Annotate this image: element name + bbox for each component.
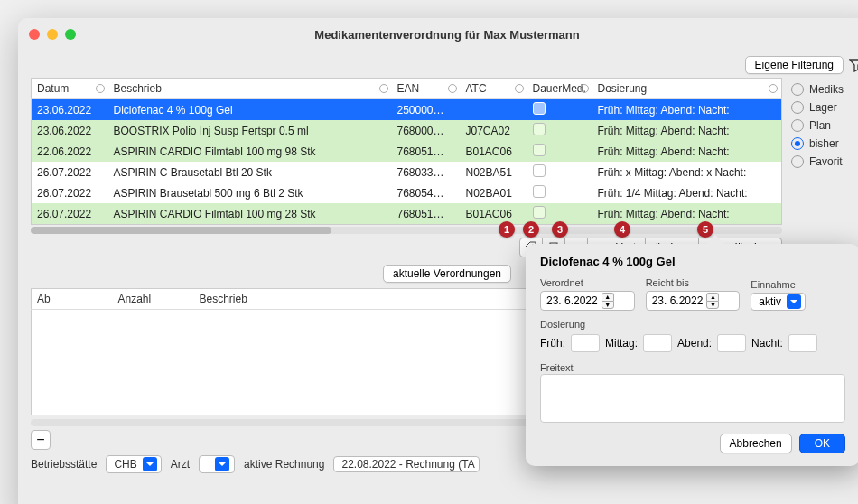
cell-beschrieb: ASPIRIN C Brausetabl Btl 20 Stk	[108, 162, 392, 182]
titlebar: Medikamentenverordnung für Max Musterman…	[18, 18, 858, 51]
cell-dauermed[interactable]	[527, 162, 592, 182]
chevron-down-icon	[143, 457, 157, 471]
cell-atc: J07CA02	[461, 120, 527, 141]
popover-title: Diclofenac 4 % 100g Gel	[540, 255, 845, 268]
rechnung-select[interactable]: 22.08.2022 - Rechnung (TA	[333, 456, 479, 472]
cell-dosierung: Früh: 1/4 Mittag: Abend: Nacht:	[592, 182, 782, 203]
cell-ean: 768054…	[392, 182, 461, 203]
cell-ean: 250000…	[392, 99, 461, 121]
callout-2: 2	[523, 221, 539, 238]
stepper-icon[interactable]: ▲▼	[706, 293, 719, 309]
cell-ean: 768000…	[392, 120, 461, 141]
abend-input[interactable]	[717, 334, 746, 352]
filter-radio-group: Mediks Lager Plan bisher Favorit	[791, 78, 858, 257]
col-anzahl[interactable]: Anzahl	[113, 289, 194, 310]
fullscreen-icon[interactable]	[65, 29, 76, 40]
close-icon[interactable]	[29, 29, 40, 40]
cell-beschrieb: Diclofenac 4 % 100g Gel	[108, 99, 392, 121]
cell-dauermed[interactable]	[527, 182, 592, 203]
betriebsstaette-select[interactable]: CHB	[106, 455, 161, 473]
col-atc[interactable]: ATC	[461, 79, 527, 99]
cell-beschrieb: BOOSTRIX Polio Inj Susp Fertspr 0.5 ml	[108, 120, 392, 141]
einnahme-select[interactable]: aktiv	[751, 293, 806, 311]
reicht-bis-label: Reicht bis	[646, 277, 741, 288]
cell-dosierung: Früh: Mittag: Abend: Nacht:	[592, 141, 782, 162]
filter-plan[interactable]: Plan	[791, 119, 858, 132]
abbrechen-button[interactable]: Abbrechen	[720, 434, 792, 453]
reicht-bis-input[interactable]: 23. 6.2022 ▲▼	[646, 291, 741, 311]
cell-dosierung: Früh: Mittag: Abend: Nacht:	[592, 120, 782, 141]
cell-datum: 22.06.2022	[32, 141, 108, 162]
cell-beschrieb: ASPIRIN CARDIO Filmtabl 100 mg 28 Stk	[108, 203, 392, 225]
cell-dauermed[interactable]	[527, 99, 592, 121]
callout-3: 3	[552, 221, 568, 238]
cell-atc: B01AC06	[461, 203, 527, 225]
col-dosierung[interactable]: Dosierung	[592, 79, 782, 99]
freitext-input[interactable]	[540, 374, 845, 423]
cell-atc: N02BA51	[461, 162, 527, 182]
col-ab[interactable]: Ab	[32, 289, 113, 310]
freitext-label: Freitext	[540, 362, 574, 373]
table-row[interactable]: 22.06.2022ASPIRIN CARDIO Filmtabl 100 mg…	[32, 141, 782, 162]
col-ean[interactable]: EAN	[392, 79, 461, 99]
cell-datum: 23.06.2022	[32, 99, 108, 121]
frueh-input[interactable]	[571, 334, 600, 352]
table-header-row: Datum Beschrieb EAN ATC DauerMed. Dosier…	[32, 79, 782, 99]
table-row[interactable]: 26.07.2022ASPIRIN C Brausetabl Btl 20 St…	[32, 162, 782, 182]
table-row[interactable]: 26.07.2022ASPIRIN Brausetabl 500 mg 6 Bt…	[32, 182, 782, 203]
cell-beschrieb: ASPIRIN CARDIO Filmtabl 100 mg 98 Stk	[108, 141, 392, 162]
cell-atc: B01AC06	[461, 141, 527, 162]
window-controls	[29, 29, 76, 40]
chevron-down-icon	[787, 294, 801, 309]
cell-datum: 23.06.2022	[32, 120, 108, 141]
verordnet-label: Verordnet	[540, 277, 635, 288]
aktuelle-verordnungen-button[interactable]: aktuelle Verordnungen	[383, 265, 511, 283]
verordnet-input[interactable]: 23. 6.2022 ▲▼	[540, 291, 635, 311]
einnahme-label: Einnahme	[751, 279, 845, 290]
table-row[interactable]: 23.06.2022BOOSTRIX Polio Inj Susp Fertsp…	[32, 120, 782, 141]
filter-lager[interactable]: Lager	[791, 101, 858, 114]
cell-ean: 768051…	[392, 141, 461, 162]
arzt-select[interactable]	[199, 455, 235, 473]
callout-1: 1	[499, 221, 515, 238]
dosierung-label: Dosierung	[540, 319, 585, 330]
minimize-icon[interactable]	[47, 29, 58, 40]
stepper-icon[interactable]: ▲▼	[602, 293, 614, 309]
cell-ean: 768033…	[392, 162, 461, 182]
edit-popover: Diclofenac 4 % 100g Gel Verordnet 23. 6.…	[526, 244, 858, 466]
cell-datum: 26.07.2022	[32, 203, 108, 225]
callout-4: 4	[614, 221, 630, 238]
cell-beschrieb: ASPIRIN Brausetabl 500 mg 6 Btl 2 Stk	[108, 182, 392, 203]
window-title: Medikamentenverordnung für Max Musterman…	[18, 28, 858, 42]
cell-dosierung: Früh: Mittag: Abend: Nacht:	[592, 99, 782, 121]
aktive-rechnung-label: aktive Rechnung	[244, 458, 324, 471]
filter-favorit[interactable]: Favorit	[791, 155, 858, 168]
cell-dosierung: Früh: x Mittag: Abend: x Nacht:	[592, 162, 782, 182]
table-row[interactable]: 23.06.2022Diclofenac 4 % 100g Gel250000……	[32, 99, 782, 121]
cell-atc: N02BA01	[461, 182, 527, 203]
filter-mediks[interactable]: Mediks	[791, 83, 858, 96]
nacht-input[interactable]	[788, 334, 817, 352]
mittag-input[interactable]	[643, 334, 672, 352]
col-datum[interactable]: Datum	[32, 79, 108, 99]
cell-atc	[461, 99, 527, 121]
cell-ean: 768051…	[392, 203, 461, 225]
col-dauermed[interactable]: DauerMed.	[527, 79, 592, 99]
medication-table: Datum Beschrieb EAN ATC DauerMed. Dosier…	[31, 78, 782, 225]
cell-dauermed[interactable]	[527, 141, 592, 162]
eigene-filterung-button[interactable]: Eigene Filterung	[745, 56, 844, 74]
cell-dauermed[interactable]	[527, 120, 592, 141]
betriebsstaette-label: Betriebsstätte	[31, 458, 97, 471]
app-window: Medikamentenverordnung für Max Musterman…	[18, 18, 858, 504]
filter-icon[interactable]	[849, 58, 858, 72]
horizontal-scrollbar[interactable]	[31, 227, 782, 234]
ok-button[interactable]: OK	[799, 434, 845, 453]
cell-datum: 26.07.2022	[32, 182, 108, 203]
arzt-label: Arzt	[171, 458, 190, 471]
filter-bisher[interactable]: bisher	[791, 137, 858, 150]
cell-datum: 26.07.2022	[32, 162, 108, 182]
col-beschrieb[interactable]: Beschrieb	[108, 79, 392, 99]
table-row[interactable]: 26.07.2022ASPIRIN CARDIO Filmtabl 100 mg…	[32, 203, 782, 225]
chevron-down-icon	[215, 457, 229, 471]
remove-button[interactable]: −	[31, 430, 51, 450]
